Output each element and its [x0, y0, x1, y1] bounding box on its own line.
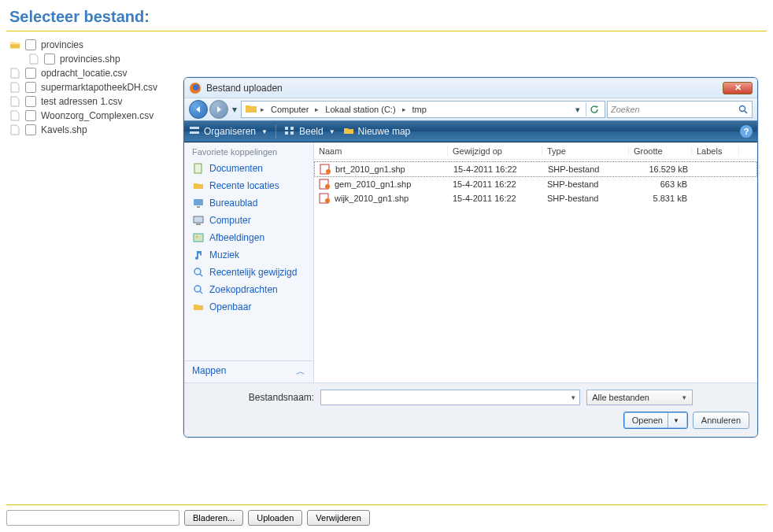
toolbar-organize[interactable]: Organiseren ▼ [189, 125, 268, 139]
history-dropdown[interactable]: ▾ [230, 102, 239, 117]
music-icon [192, 249, 205, 261]
breadcrumb-root[interactable]: Computer [268, 105, 312, 114]
recent-icon [192, 179, 205, 192]
file-icon [28, 54, 39, 65]
file-row[interactable]: wijk_2010_gn1.shp15-4-2011 16:22SHP-best… [314, 191, 757, 205]
firefox-icon [189, 82, 202, 94]
sidebar-item-recent[interactable]: Recente locaties [189, 177, 309, 194]
svg-point-16 [194, 268, 201, 275]
file-icon [9, 96, 20, 107]
sidebar-item-recently-changed[interactable]: Recentelijk gewijzigd [189, 264, 309, 281]
col-modified[interactable]: Gewijzigd op [448, 146, 542, 156]
shp-file-icon [319, 193, 331, 204]
search-input[interactable]: Zoeken [607, 101, 753, 118]
breadcrumb-folder[interactable]: tmp [409, 105, 430, 114]
close-button[interactable]: ✕ [723, 82, 753, 94]
file-modified: 15-4-2011 16:22 [448, 179, 542, 189]
sidebar-label: Recente locaties [209, 180, 279, 191]
sidebar-label: Muziek [209, 249, 239, 260]
cancel-label: Annuleren [701, 416, 741, 425]
dialog-titlebar[interactable]: Bestand uploaden ✕ [184, 78, 757, 98]
svg-point-2 [740, 105, 745, 111]
close-icon: ✕ [734, 83, 742, 93]
svg-rect-9 [194, 164, 202, 173]
svg-point-15 [196, 236, 198, 238]
shp-file-icon [320, 164, 332, 175]
shp-file-icon [319, 179, 331, 190]
refresh-button[interactable] [586, 102, 601, 116]
sidebar-label: Openbaar [209, 301, 251, 312]
checkbox-icon[interactable] [25, 124, 36, 135]
svg-rect-4 [190, 131, 199, 134]
filename-label: Bestandsnaam: [249, 392, 314, 403]
file-type: SHP-bestand [542, 194, 629, 203]
chevron-right-icon: ▸ [261, 105, 264, 113]
sidebar-item-desktop[interactable]: Bureaublad [189, 194, 309, 212]
tree-file[interactable]: provincies.shp [9, 52, 764, 66]
bottom-toolbar: Bladeren... Uploaden Verwijderen [6, 504, 767, 526]
search-folder-icon [192, 283, 205, 296]
delete-button[interactable]: Verwijderen [307, 510, 369, 526]
toolbar-newfolder-label: Nieuwe map [358, 126, 411, 137]
chevron-right-icon: ▸ [315, 105, 319, 113]
chevron-down-icon[interactable]: ▼ [570, 394, 576, 401]
upload-button[interactable]: Uploaden [248, 510, 302, 526]
breadcrumb-drive[interactable]: Lokaal station (C:) [322, 105, 398, 114]
filetype-select[interactable]: Alle bestanden ▼ [586, 390, 693, 405]
sidebar-item-computer[interactable]: Computer [189, 212, 309, 229]
sidebar-label: Bureaublad [209, 198, 257, 209]
breadcrumb[interactable]: ▸ Computer ▸ Lokaal station (C:) ▸ tmp ▾ [241, 101, 605, 118]
folders-label: Mappen [192, 365, 226, 379]
col-type[interactable]: Type [542, 146, 629, 156]
checkbox-icon[interactable] [25, 82, 36, 93]
chevron-down-icon[interactable]: ▼ [673, 417, 679, 424]
search-folder-icon [192, 266, 205, 279]
toolbar-organize-label: Organiseren [204, 126, 256, 137]
sidebar-item-documents[interactable]: Documenten [189, 160, 309, 177]
new-folder-icon [343, 125, 354, 139]
svg-rect-12 [194, 216, 203, 223]
pictures-icon [192, 231, 205, 244]
col-size[interactable]: Grootte [629, 146, 692, 156]
file-row[interactable]: gem_2010_gn1.shp15-4-2011 16:22SHP-besta… [314, 177, 757, 191]
checkbox-icon[interactable] [25, 96, 36, 107]
checkbox-icon[interactable] [44, 54, 55, 65]
sidebar-label: Afbeeldingen [209, 232, 264, 243]
checkbox-icon[interactable] [25, 110, 36, 121]
folders-toggle[interactable]: Mappen ︿ [184, 360, 313, 382]
chevron-up-icon: ︿ [296, 365, 305, 379]
browse-button[interactable]: Bladeren... [184, 510, 243, 526]
checkbox-icon[interactable] [25, 68, 36, 79]
filename-input[interactable]: ▼ [320, 390, 580, 405]
forward-button[interactable] [209, 100, 228, 119]
documents-icon [192, 162, 205, 175]
sidebar-item-pictures[interactable]: Afbeeldingen [189, 229, 309, 246]
open-button[interactable]: Openen ▼ [623, 412, 688, 429]
filepath-input[interactable] [6, 510, 179, 526]
file-modified: 15-4-2011 16:22 [449, 164, 543, 174]
col-labels[interactable]: Labels [692, 146, 739, 156]
chevron-down-icon[interactable]: ▾ [571, 102, 584, 116]
col-name[interactable]: Naam [314, 146, 448, 156]
svg-rect-7 [285, 131, 288, 135]
tree-label: Kavels.shp [41, 124, 87, 135]
file-name: gem_2010_gn1.shp [335, 179, 411, 189]
cancel-button[interactable]: Annuleren [693, 412, 749, 429]
sidebar-item-searches[interactable]: Zoekopdrachten [189, 281, 309, 298]
address-bar: ▾ ▸ Computer ▸ Lokaal station (C:) ▸ tmp… [184, 98, 757, 120]
sidebar-label: Documenten [209, 163, 263, 174]
file-size: 663 kB [629, 179, 692, 189]
toolbar-new-folder[interactable]: Nieuwe map [343, 125, 411, 139]
sidebar-item-public[interactable]: Openbaar [189, 298, 309, 316]
file-row[interactable]: brt_2010_gn1.shp15-4-2011 16:22SHP-besta… [314, 161, 757, 177]
sidebar-item-music[interactable]: Muziek [189, 246, 309, 264]
file-modified: 15-4-2011 16:22 [448, 194, 542, 203]
file-list-header[interactable]: Naam Gewijzigd op Type Grootte Labels [314, 142, 757, 160]
search-icon [738, 105, 749, 115]
toolbar-view[interactable]: Beeld ▼ [284, 125, 335, 139]
back-button[interactable] [189, 100, 208, 119]
checkbox-icon[interactable] [25, 39, 36, 50]
dialog-title: Bestand uploaden [206, 83, 283, 94]
help-button[interactable]: ? [740, 125, 753, 138]
tree-folder[interactable]: provincies [9, 38, 764, 52]
